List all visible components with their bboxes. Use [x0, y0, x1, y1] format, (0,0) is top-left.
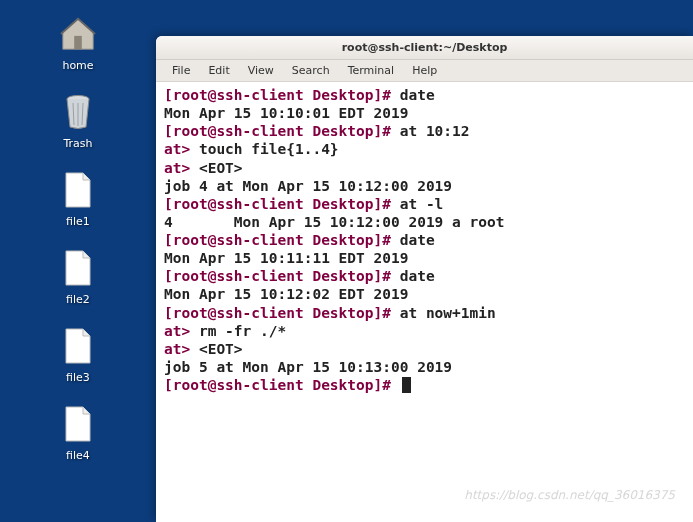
menu-terminal[interactable]: Terminal	[340, 62, 403, 79]
shell-prompt: [root@ssh-client Desktop]#	[164, 87, 400, 103]
shell-prompt: [root@ssh-client Desktop]#	[164, 123, 400, 139]
desktop-icon-label: file1	[66, 215, 90, 228]
terminal-line: [root@ssh-client Desktop]# at 10:12	[164, 122, 685, 140]
desktop-icon-home[interactable]: home	[50, 14, 106, 72]
at-command: <EOT>	[199, 160, 243, 176]
file-icon	[58, 170, 98, 210]
menubar: FileEditViewSearchTerminalHelp	[156, 60, 693, 82]
desktop-icon-file1[interactable]: file1	[50, 170, 106, 228]
terminal-line: 4 Mon Apr 15 10:12:00 2019 a root	[164, 213, 685, 231]
terminal-line: at> rm -fr ./*	[164, 322, 685, 340]
shell-command: date	[400, 268, 435, 284]
shell-command: date	[400, 232, 435, 248]
desktop-icon-Trash[interactable]: Trash	[50, 92, 106, 150]
at-command: rm -fr ./*	[199, 323, 286, 339]
terminal-body[interactable]: [root@ssh-client Desktop]# dateMon Apr 1…	[156, 82, 693, 522]
terminal-output: job 5 at Mon Apr 15 10:13:00 2019	[164, 359, 452, 375]
desktop-icon-label: file2	[66, 293, 90, 306]
shell-prompt: [root@ssh-client Desktop]#	[164, 268, 400, 284]
terminal-output: job 4 at Mon Apr 15 10:12:00 2019	[164, 178, 452, 194]
terminal-line: Mon Apr 15 10:11:11 EDT 2019	[164, 249, 685, 267]
home-icon	[58, 14, 98, 54]
menu-file[interactable]: File	[164, 62, 198, 79]
desktop-icon-file4[interactable]: file4	[50, 404, 106, 462]
menu-edit[interactable]: Edit	[200, 62, 237, 79]
trash-icon	[58, 92, 98, 132]
shell-command: at now+1min	[400, 305, 496, 321]
desktop-icon-label: Trash	[63, 137, 92, 150]
file-icon	[58, 326, 98, 366]
terminal-line: Mon Apr 15 10:10:01 EDT 2019	[164, 104, 685, 122]
desktop-icon-file3[interactable]: file3	[50, 326, 106, 384]
terminal-line: Mon Apr 15 10:12:02 EDT 2019	[164, 285, 685, 303]
desktop-icon-label: file3	[66, 371, 90, 384]
at-prompt: at>	[164, 160, 199, 176]
terminal-line: job 4 at Mon Apr 15 10:12:00 2019	[164, 177, 685, 195]
shell-command: at -l	[400, 196, 444, 212]
terminal-line: [root@ssh-client Desktop]# date	[164, 267, 685, 285]
terminal-line: job 5 at Mon Apr 15 10:13:00 2019	[164, 358, 685, 376]
terminal-line: [root@ssh-client Desktop]#	[164, 376, 685, 394]
terminal-line: at> touch file{1..4}	[164, 140, 685, 158]
terminal-output: Mon Apr 15 10:12:02 EDT 2019	[164, 286, 408, 302]
cursor-block	[402, 377, 411, 393]
window-titlebar[interactable]: root@ssh-client:~/Desktop	[156, 36, 693, 60]
shell-command: date	[400, 87, 435, 103]
terminal-line: [root@ssh-client Desktop]# date	[164, 231, 685, 249]
svg-rect-0	[74, 36, 82, 49]
file-icon	[58, 248, 98, 288]
shell-prompt: [root@ssh-client Desktop]#	[164, 196, 400, 212]
shell-prompt: [root@ssh-client Desktop]#	[164, 377, 400, 393]
shell-prompt: [root@ssh-client Desktop]#	[164, 232, 400, 248]
desktop-icon-label: file4	[66, 449, 90, 462]
at-command: <EOT>	[199, 341, 243, 357]
shell-prompt: [root@ssh-client Desktop]#	[164, 305, 400, 321]
menu-search[interactable]: Search	[284, 62, 338, 79]
menu-view[interactable]: View	[240, 62, 282, 79]
terminal-output: Mon Apr 15 10:11:11 EDT 2019	[164, 250, 408, 266]
terminal-line: at> <EOT>	[164, 340, 685, 358]
terminal-line: at> <EOT>	[164, 159, 685, 177]
terminal-line: [root@ssh-client Desktop]# date	[164, 86, 685, 104]
terminal-line: [root@ssh-client Desktop]# at -l	[164, 195, 685, 213]
terminal-line: [root@ssh-client Desktop]# at now+1min	[164, 304, 685, 322]
terminal-output: Mon Apr 15 10:10:01 EDT 2019	[164, 105, 408, 121]
window-title: root@ssh-client:~/Desktop	[342, 41, 508, 54]
desktop-icon-label: home	[62, 59, 93, 72]
file-icon	[58, 404, 98, 444]
menu-help[interactable]: Help	[404, 62, 445, 79]
at-command: touch file{1..4}	[199, 141, 339, 157]
terminal-window: root@ssh-client:~/Desktop FileEditViewSe…	[156, 36, 693, 522]
shell-command: at 10:12	[400, 123, 470, 139]
at-prompt: at>	[164, 341, 199, 357]
terminal-output: 4 Mon Apr 15 10:12:00 2019 a root	[164, 214, 504, 230]
desktop-icons-column: homeTrashfile1file2file3file4	[50, 14, 106, 462]
at-prompt: at>	[164, 323, 199, 339]
desktop-icon-file2[interactable]: file2	[50, 248, 106, 306]
at-prompt: at>	[164, 141, 199, 157]
